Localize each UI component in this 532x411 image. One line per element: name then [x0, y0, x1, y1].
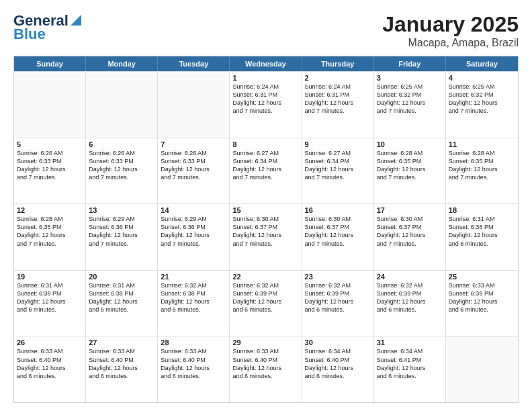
- day-number: 3: [377, 74, 443, 82]
- weekday-sunday: Sunday: [14, 56, 86, 71]
- day-number: 25: [449, 273, 515, 281]
- day-number: 11: [449, 140, 515, 148]
- weekday-thursday: Thursday: [302, 56, 374, 71]
- logo-blue: Blue: [13, 27, 46, 42]
- day-number: 8: [232, 140, 298, 148]
- logo: General Blue: [13, 12, 81, 42]
- day-number: 22: [232, 273, 298, 281]
- page-subtitle: Macapa, Amapa, Brazil: [382, 37, 519, 49]
- day-number: 6: [89, 140, 154, 148]
- day-number: 24: [377, 273, 443, 281]
- calendar-cell-4-5: 23Sunrise: 6:32 AMSunset: 6:39 PMDayligh…: [302, 271, 374, 336]
- day-number: 26: [17, 338, 83, 347]
- day-info: Sunrise: 6:28 AMSunset: 6:35 PMDaylight:…: [17, 215, 83, 248]
- calendar-cell-4-1: 19Sunrise: 6:31 AMSunset: 6:38 PMDayligh…: [14, 271, 86, 336]
- day-number: 2: [305, 74, 371, 82]
- day-info: Sunrise: 6:32 AMSunset: 6:39 PMDaylight:…: [305, 281, 371, 314]
- day-number: 20: [89, 273, 154, 281]
- day-info: Sunrise: 6:30 AMSunset: 6:37 PMDaylight:…: [305, 215, 371, 248]
- day-number: 18: [449, 206, 515, 214]
- title-block: January 2025 Macapa, Amapa, Brazil: [382, 12, 519, 49]
- calendar-cell-4-6: 24Sunrise: 6:32 AMSunset: 6:39 PMDayligh…: [374, 271, 446, 336]
- day-number: 28: [161, 338, 226, 347]
- day-info: Sunrise: 6:29 AMSunset: 6:36 PMDaylight:…: [89, 215, 154, 248]
- calendar-cell-1-4: 1Sunrise: 6:24 AMSunset: 6:31 PMDaylight…: [230, 72, 302, 138]
- day-number: 1: [232, 74, 298, 82]
- calendar-cell-1-7: 4Sunrise: 6:25 AMSunset: 6:32 PMDaylight…: [446, 72, 518, 138]
- day-info: Sunrise: 6:24 AMSunset: 6:31 PMDaylight:…: [305, 83, 371, 116]
- day-info: Sunrise: 6:25 AMSunset: 6:32 PMDaylight:…: [449, 83, 515, 116]
- calendar-cell-3-1: 12Sunrise: 6:28 AMSunset: 6:35 PMDayligh…: [14, 204, 86, 270]
- calendar-cell-1-6: 3Sunrise: 6:25 AMSunset: 6:32 PMDaylight…: [374, 72, 446, 138]
- calendar-row-2: 5Sunrise: 6:26 AMSunset: 6:33 PMDaylight…: [14, 138, 518, 204]
- day-info: Sunrise: 6:33 AMSunset: 6:40 PMDaylight:…: [17, 347, 83, 380]
- weekday-tuesday: Tuesday: [158, 56, 230, 71]
- calendar-cell-5-6: 31Sunrise: 6:34 AMSunset: 6:41 PMDayligh…: [374, 336, 446, 402]
- calendar-row-1: 1Sunrise: 6:24 AMSunset: 6:31 PMDaylight…: [14, 71, 518, 138]
- logo-triangle-icon: [71, 15, 81, 28]
- calendar-cell-5-2: 27Sunrise: 6:33 AMSunset: 6:40 PMDayligh…: [86, 336, 158, 402]
- page: General Blue January 2025 Macapa, Amapa,…: [0, 0, 532, 411]
- day-info: Sunrise: 6:26 AMSunset: 6:33 PMDaylight:…: [17, 149, 83, 182]
- calendar-cell-2-3: 7Sunrise: 6:26 AMSunset: 6:33 PMDaylight…: [158, 138, 230, 204]
- day-number: 5: [17, 140, 83, 148]
- day-info: Sunrise: 6:34 AMSunset: 6:40 PMDaylight:…: [305, 347, 371, 380]
- day-number: 15: [232, 206, 298, 214]
- day-info: Sunrise: 6:33 AMSunset: 6:40 PMDaylight:…: [232, 347, 298, 380]
- day-number: 19: [17, 273, 83, 281]
- day-number: 17: [377, 206, 443, 214]
- day-info: Sunrise: 6:26 AMSunset: 6:33 PMDaylight:…: [89, 149, 154, 182]
- day-number: 9: [305, 140, 371, 148]
- day-info: Sunrise: 6:26 AMSunset: 6:33 PMDaylight:…: [161, 149, 226, 182]
- day-info: Sunrise: 6:31 AMSunset: 6:38 PMDaylight:…: [449, 215, 515, 248]
- day-info: Sunrise: 6:33 AMSunset: 6:39 PMDaylight:…: [449, 281, 515, 314]
- header: General Blue January 2025 Macapa, Amapa,…: [13, 12, 519, 49]
- day-number: 12: [17, 206, 83, 214]
- day-number: 31: [377, 338, 443, 347]
- day-info: Sunrise: 6:25 AMSunset: 6:32 PMDaylight:…: [377, 83, 443, 116]
- weekday-saturday: Saturday: [446, 56, 518, 71]
- calendar-cell-2-5: 9Sunrise: 6:27 AMSunset: 6:34 PMDaylight…: [302, 138, 374, 204]
- calendar-cell-2-1: 5Sunrise: 6:26 AMSunset: 6:33 PMDaylight…: [14, 138, 86, 204]
- calendar-cell-2-6: 10Sunrise: 6:28 AMSunset: 6:35 PMDayligh…: [374, 138, 446, 204]
- calendar-cell-1-2: [86, 72, 158, 138]
- calendar-cell-3-5: 16Sunrise: 6:30 AMSunset: 6:37 PMDayligh…: [302, 204, 374, 270]
- day-number: 7: [161, 140, 226, 148]
- day-info: Sunrise: 6:30 AMSunset: 6:37 PMDaylight:…: [232, 215, 298, 248]
- day-number: 23: [305, 273, 371, 281]
- calendar-cell-3-7: 18Sunrise: 6:31 AMSunset: 6:38 PMDayligh…: [446, 204, 518, 270]
- calendar-cell-3-3: 14Sunrise: 6:29 AMSunset: 6:36 PMDayligh…: [158, 204, 230, 270]
- day-number: 30: [305, 338, 371, 347]
- calendar-cell-1-5: 2Sunrise: 6:24 AMSunset: 6:31 PMDaylight…: [302, 72, 374, 138]
- calendar-cell-5-7: [446, 336, 518, 402]
- calendar-cell-3-4: 15Sunrise: 6:30 AMSunset: 6:37 PMDayligh…: [230, 204, 302, 270]
- weekday-monday: Monday: [86, 56, 158, 71]
- day-info: Sunrise: 6:32 AMSunset: 6:38 PMDaylight:…: [161, 281, 226, 314]
- day-info: Sunrise: 6:29 AMSunset: 6:36 PMDaylight:…: [161, 215, 226, 248]
- calendar-cell-1-1: [14, 72, 86, 138]
- calendar-header: Sunday Monday Tuesday Wednesday Thursday…: [14, 56, 518, 71]
- calendar-cell-2-7: 11Sunrise: 6:28 AMSunset: 6:35 PMDayligh…: [446, 138, 518, 204]
- day-info: Sunrise: 6:27 AMSunset: 6:34 PMDaylight:…: [232, 149, 298, 182]
- calendar-cell-5-3: 28Sunrise: 6:33 AMSunset: 6:40 PMDayligh…: [158, 336, 230, 402]
- calendar-cell-2-2: 6Sunrise: 6:26 AMSunset: 6:33 PMDaylight…: [86, 138, 158, 204]
- day-info: Sunrise: 6:30 AMSunset: 6:37 PMDaylight:…: [377, 215, 443, 248]
- calendar-cell-5-1: 26Sunrise: 6:33 AMSunset: 6:40 PMDayligh…: [14, 336, 86, 402]
- day-number: 13: [89, 206, 154, 214]
- calendar-cell-4-3: 21Sunrise: 6:32 AMSunset: 6:38 PMDayligh…: [158, 271, 230, 336]
- calendar-row-4: 19Sunrise: 6:31 AMSunset: 6:38 PMDayligh…: [14, 270, 518, 336]
- calendar-body: 1Sunrise: 6:24 AMSunset: 6:31 PMDaylight…: [14, 71, 518, 402]
- day-info: Sunrise: 6:32 AMSunset: 6:39 PMDaylight:…: [232, 281, 298, 314]
- day-number: 16: [305, 206, 371, 214]
- day-info: Sunrise: 6:34 AMSunset: 6:41 PMDaylight:…: [377, 347, 443, 380]
- calendar: Sunday Monday Tuesday Wednesday Thursday…: [13, 56, 519, 403]
- weekday-friday: Friday: [374, 56, 446, 71]
- calendar-cell-4-2: 20Sunrise: 6:31 AMSunset: 6:38 PMDayligh…: [86, 271, 158, 336]
- calendar-cell-5-4: 29Sunrise: 6:33 AMSunset: 6:40 PMDayligh…: [230, 336, 302, 402]
- day-info: Sunrise: 6:27 AMSunset: 6:34 PMDaylight:…: [305, 149, 371, 182]
- day-info: Sunrise: 6:31 AMSunset: 6:38 PMDaylight:…: [89, 281, 154, 314]
- day-number: 29: [232, 338, 298, 347]
- day-info: Sunrise: 6:33 AMSunset: 6:40 PMDaylight:…: [161, 347, 226, 380]
- calendar-cell-3-2: 13Sunrise: 6:29 AMSunset: 6:36 PMDayligh…: [86, 204, 158, 270]
- day-info: Sunrise: 6:33 AMSunset: 6:40 PMDaylight:…: [89, 347, 154, 380]
